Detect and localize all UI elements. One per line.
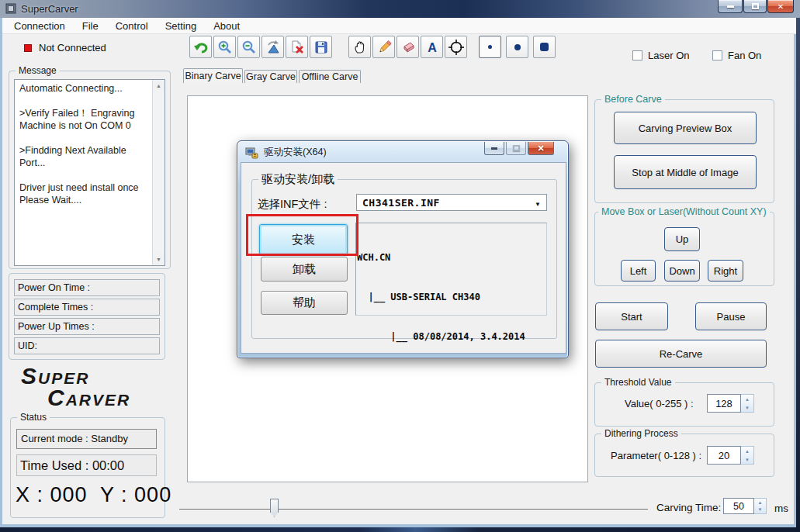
minimize-button[interactable] [718, 0, 743, 13]
laser-on-checkbox[interactable] [632, 50, 642, 60]
titlebar[interactable]: SuperCarver ✕ [0, 0, 800, 18]
dialog-maximize-icon [513, 145, 520, 151]
speed-slider-thumb[interactable] [270, 499, 279, 517]
eraser-button[interactable] [397, 36, 419, 58]
rotate-icon [265, 40, 281, 55]
close-button[interactable]: ✕ [767, 0, 794, 13]
driver-info-line: WCH.CN [357, 251, 546, 264]
before-carve-legend: Before Carve [601, 94, 665, 105]
hand-icon [352, 40, 368, 55]
uninstall-button[interactable]: 卸载 [261, 257, 348, 282]
fan-on-checkbox[interactable] [712, 50, 722, 60]
inf-file-value: CH341SER.INF [357, 197, 440, 209]
dithering-up-icon[interactable]: ▲ [741, 447, 753, 455]
threshold-value-input[interactable]: 128 [707, 394, 741, 413]
medium-dot-icon [514, 44, 521, 50]
carving-time-unit: ms [774, 503, 788, 514]
move-left-button[interactable]: Left [621, 260, 656, 282]
carving-time-input[interactable]: 50 [723, 498, 754, 514]
dialog-maximize-button[interactable] [506, 142, 526, 155]
position-target-button[interactable] [445, 36, 467, 58]
eraser-icon [400, 40, 416, 55]
menu-file[interactable]: File [74, 18, 107, 34]
dialog-group-legend: 驱动安装/卸载 [258, 172, 338, 187]
threshold-up-icon[interactable]: ▲ [741, 395, 753, 403]
speed-slider-track[interactable] [179, 509, 648, 511]
move-box-group: Move Box or Laser(Without Count XY) Up L… [594, 212, 774, 286]
install-button-highlight-annotation [246, 214, 358, 256]
dithering-legend: Dithering Process [601, 428, 681, 439]
dialog-close-button[interactable]: ✕ [528, 142, 554, 155]
dithering-spinner: 20 ▲ ▼ [707, 446, 754, 465]
carving-time-down-icon[interactable]: ▼ [754, 506, 766, 514]
move-right-button[interactable]: Right [708, 260, 743, 282]
target-icon [448, 39, 465, 56]
scroll-up-icon[interactable]: ▲ [153, 80, 165, 92]
combo-dropdown-icon[interactable]: ▼ [535, 201, 541, 208]
rotate-button[interactable] [261, 36, 284, 58]
dithering-group: Dithering Process Parameter( 0-128 ) : 2… [594, 434, 774, 477]
menu-setting[interactable]: Setting [157, 18, 205, 34]
inf-file-combobox[interactable]: CH341SER.INF ▼ [356, 194, 547, 211]
dialog-close-icon: ✕ [537, 143, 544, 154]
app-icon [5, 3, 16, 14]
driver-icon [245, 147, 258, 159]
save-icon [313, 40, 329, 55]
counters-group: Power On Time : Complete Times : Power U… [9, 273, 165, 360]
dithering-value-input[interactable]: 20 [707, 446, 741, 465]
move-down-button[interactable]: Down [664, 260, 700, 282]
carving-time-label: Carving Time: [656, 502, 721, 513]
zoom-out-icon [241, 40, 257, 55]
carving-preview-box-button[interactable]: Carving Preview Box [614, 112, 757, 144]
dialog-titlebar[interactable]: 驱动安装(X64) [245, 146, 327, 159]
fan-on-row: Fan On [712, 50, 761, 61]
logo-line-2: Carver [47, 385, 130, 411]
text-tool-icon: A [424, 40, 440, 55]
zoom-in-icon [217, 40, 233, 55]
tab-gray-carve[interactable]: Gray Carve [244, 70, 297, 83]
start-button[interactable]: Start [595, 302, 668, 330]
brush-medium-button[interactable] [506, 36, 528, 58]
pause-button[interactable]: Pause [695, 302, 767, 330]
zoom-in-button[interactable] [213, 36, 236, 58]
brand-logo: Super Carver [21, 363, 130, 411]
text-tool-button[interactable]: A [421, 36, 443, 58]
message-scrollbar[interactable]: ▲ ▼ [152, 80, 165, 265]
recarve-button[interactable]: Re-Carve [595, 340, 767, 368]
pencil-button[interactable] [372, 36, 395, 58]
dithering-down-icon[interactable]: ▼ [741, 455, 753, 464]
scroll-down-icon[interactable]: ▼ [153, 254, 165, 265]
help-button[interactable]: 帮助 [261, 291, 348, 315]
save-button[interactable] [310, 36, 332, 58]
message-log[interactable]: Automatic Connecting... >Verify Failed！ … [14, 79, 165, 266]
brush-small-button[interactable] [479, 36, 501, 58]
maximize-button[interactable] [743, 0, 767, 13]
minimize-icon [727, 5, 734, 8]
pan-button[interactable] [348, 36, 371, 58]
power-on-time-field: Power On Time : [14, 279, 160, 296]
carving-time-spinner: 50 ▲ ▼ [723, 498, 767, 514]
brush-large-button[interactable] [533, 36, 556, 58]
carving-time-up-icon[interactable]: ▲ [754, 499, 766, 506]
threshold-down-icon[interactable]: ▼ [741, 403, 753, 412]
fan-on-label: Fan On [728, 50, 761, 61]
threshold-legend: Threshold Value [601, 377, 675, 388]
uid-field: UID: [14, 337, 160, 354]
delete-image-button[interactable] [286, 36, 308, 58]
threshold-group: Threshold Value Value( 0-255 ) : 128 ▲ ▼ [594, 382, 774, 427]
menu-connection[interactable]: Connection [5, 18, 74, 34]
move-up-button[interactable]: Up [664, 227, 700, 251]
close-icon: ✕ [777, 2, 784, 11]
stop-at-middle-button[interactable]: Stop at Middle of Image [614, 155, 757, 189]
tab-offline-carve[interactable]: Offline Carve [299, 70, 361, 83]
driver-info-line: |__ USB-SERIAL CH340 [357, 291, 546, 304]
menu-about[interactable]: About [205, 18, 248, 34]
undo-button[interactable] [189, 36, 212, 58]
zoom-out-button[interactable] [237, 36, 260, 58]
message-paragraph: Automatic Connecting... [19, 82, 151, 95]
tab-binary-carve[interactable]: Binary Carve [183, 68, 243, 83]
pencil-icon [376, 40, 392, 55]
connection-status-label: Not Connected [39, 42, 106, 54]
dialog-minimize-button[interactable] [484, 142, 504, 155]
menu-control[interactable]: Control [107, 18, 157, 34]
